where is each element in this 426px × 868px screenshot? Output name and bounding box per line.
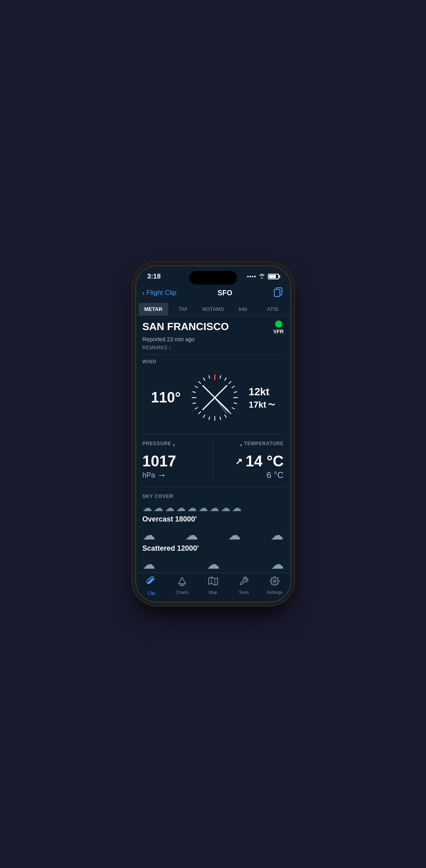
pressure-temp-row: PRESSURE ▾ 1017 hPa → ▾ TEMPERATURE	[143, 441, 284, 487]
temp-col: ▾ TEMPERATURE ↗ 14 °C 6 °C	[213, 441, 284, 480]
tab-notams[interactable]: NOTAMS	[198, 303, 228, 315]
svg-line-10	[232, 408, 234, 409]
pressure-col: PRESSURE ▾ 1017 hPa →	[143, 441, 214, 480]
svg-marker-36	[209, 577, 218, 585]
remarks-label: REMARKS	[143, 345, 168, 350]
svg-line-25	[209, 376, 210, 378]
svg-line-3	[220, 376, 221, 378]
reported-time: Reported 23 min ago	[143, 336, 284, 342]
status-icons	[247, 273, 279, 280]
dynamic-island	[189, 271, 237, 285]
bottom-tab-clip[interactable]: Clip	[136, 576, 167, 595]
tab-bar: METAR TAF NOTAMS Info ATIS	[136, 303, 290, 316]
cloud-icon: ☁	[228, 528, 241, 543]
map-icon	[208, 576, 218, 588]
vfr-dot	[275, 321, 282, 328]
overcast-cloud-row: ☁ ☁ ☁ ☁ ☁ ☁ ☁ ☁ ☁	[143, 502, 284, 514]
phone-frame: 3:18 ‹	[135, 265, 291, 603]
gust-symbol: 〜	[268, 400, 275, 410]
nav-title: SFO	[218, 289, 232, 297]
airport-name: SAN FRANCISCO	[143, 321, 229, 333]
wind-speed-value: 12kt	[249, 386, 269, 398]
svg-line-12	[225, 415, 226, 417]
svg-point-39	[273, 580, 276, 582]
sky-cover-section: SKY COVER ☁ ☁ ☁ ☁ ☁ ☁ ☁ ☁ ☁ Overcast 180…	[143, 494, 284, 573]
svg-line-23	[198, 382, 200, 384]
back-button[interactable]: ‹ Flight Clip	[143, 289, 177, 297]
temp-trend-icon: ↗	[235, 456, 242, 467]
svg-line-13	[220, 417, 221, 420]
back-label: Flight Clip	[147, 289, 177, 297]
cloud-icon: ☁	[198, 502, 208, 514]
svg-line-16	[203, 415, 205, 417]
svg-line-5	[229, 382, 231, 384]
copy-button[interactable]	[273, 286, 283, 300]
sky-cover-label: SKY COVER	[143, 494, 284, 499]
svg-line-9	[234, 403, 237, 404]
compass	[189, 372, 241, 424]
pressure-chevron-icon: ▾	[173, 443, 175, 448]
temp-chevron-icon: ▾	[240, 443, 242, 448]
cloud-icon: ☁	[154, 502, 163, 514]
remarks-link[interactable]: REMARKS ›	[143, 345, 284, 355]
main-content: SAN FRANCISCO VFR Reported 23 min ago RE…	[136, 316, 290, 573]
wind-speed: 12kt 17kt 〜	[249, 386, 275, 410]
wind-gust-value: 17kt 〜	[249, 400, 275, 410]
status-time: 3:18	[147, 273, 161, 281]
cloud-icon: ☁	[165, 502, 174, 514]
cloud-icon: ☁	[187, 502, 197, 514]
cloud-icon: ☁	[143, 502, 152, 514]
back-chevron-icon: ‹	[143, 289, 145, 297]
cloud-icon: ☁	[143, 557, 155, 572]
svg-line-11	[229, 412, 231, 414]
svg-line-19	[193, 403, 196, 404]
signal-icon	[247, 276, 256, 277]
svg-marker-33	[178, 577, 186, 584]
svg-line-24	[203, 378, 205, 380]
screen: 3:18 ‹	[136, 266, 290, 602]
pressure-trend-icon: →	[158, 470, 166, 480]
tab-atis[interactable]: ATIS	[258, 303, 288, 315]
scattered-label: Scattered 12000'	[143, 544, 284, 553]
cloud-icon: ☁	[185, 528, 198, 543]
few-cloud-row: ☁ ☁ ☁	[143, 557, 284, 572]
wifi-icon	[258, 273, 266, 280]
svg-line-18	[195, 408, 197, 409]
settings-icon	[270, 576, 279, 588]
cloud-icon: ☁	[271, 557, 284, 572]
cloud-icon: ☁	[176, 502, 186, 514]
bottom-tab-map[interactable]: Map	[198, 576, 228, 595]
svg-line-22	[195, 386, 197, 388]
tab-taf[interactable]: TAF	[168, 303, 198, 315]
cloud-icon: ☁	[232, 502, 242, 514]
battery-icon	[268, 274, 279, 279]
cloud-icon: ☁	[221, 502, 230, 514]
overcast-label: Overcast 18000'	[143, 515, 284, 524]
wind-section: WIND 110°	[143, 359, 284, 434]
bottom-tab-tools[interactable]: Tools	[228, 576, 259, 595]
svg-rect-1	[274, 289, 280, 297]
clip-icon	[147, 576, 156, 589]
bottom-tab-charts[interactable]: Charts	[167, 576, 198, 595]
dew-point: 6 °C	[220, 470, 284, 480]
vfr-label: VFR	[273, 328, 284, 334]
svg-line-7	[234, 392, 237, 392]
pressure-value: 1017	[143, 453, 207, 470]
svg-line-21	[193, 392, 196, 392]
tab-info[interactable]: Info	[228, 303, 258, 315]
cloud-icon: ☁	[143, 528, 155, 543]
nav-header: ‹ Flight Clip SFO	[136, 284, 290, 303]
tab-metar[interactable]: METAR	[139, 303, 168, 315]
pressure-unit: hPa →	[143, 470, 207, 480]
svg-line-15	[209, 417, 210, 420]
clip-tab-label: Clip	[148, 591, 155, 595]
cloud-icon: ☁	[210, 502, 219, 514]
tools-icon	[239, 576, 249, 588]
temp-value: ↗ 14 °C	[220, 453, 284, 470]
bottom-tab-settings[interactable]: Settings	[259, 576, 290, 595]
bottom-tab-bar: Clip Charts	[136, 573, 290, 602]
tools-tab-label: Tools	[239, 590, 249, 595]
wind-display: 110°	[143, 368, 284, 428]
cloud-icon: ☁	[271, 528, 283, 543]
svg-line-4	[225, 378, 226, 380]
